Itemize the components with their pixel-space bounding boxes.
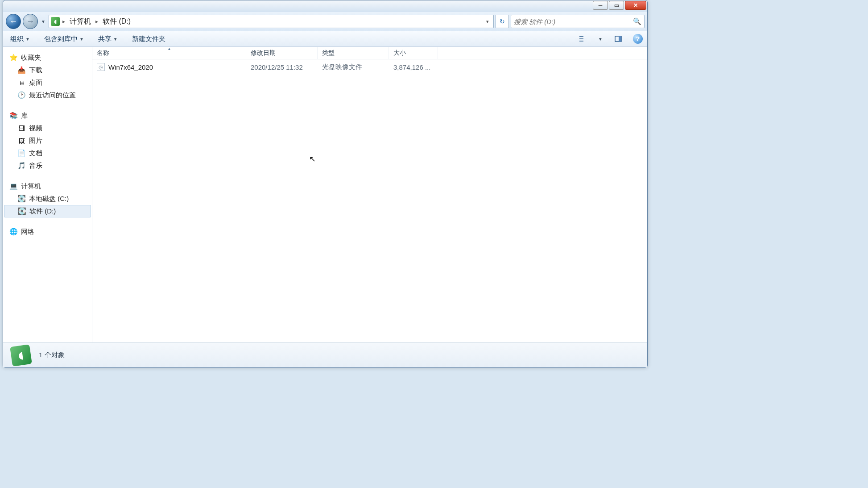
sidebar-item-label: 文档 [29,149,42,158]
forward-button[interactable]: → [23,14,38,29]
sidebar-item-label: 音乐 [29,162,42,170]
sidebar-libraries-header[interactable]: 📚 库 [3,109,92,122]
column-date-label: 修改日期 [251,49,276,57]
status-bar: ◖ 1 个对象 [3,342,647,367]
video-icon: 🎞 [17,124,25,132]
sidebar-computer-header[interactable]: 💻 计算机 [3,180,92,192]
sidebar: ⭐ 收藏夹 📥 下载 🖥 桌面 🕑 最近访问的位置 📚 [3,47,92,342]
sidebar-item-label: 下载 [29,66,42,75]
history-dropdown[interactable]: ▼ [40,14,47,29]
sidebar-item-recent[interactable]: 🕑 最近访问的位置 [3,89,92,101]
column-header-type[interactable]: 类型 [318,47,389,59]
organize-label: 组织 [10,35,24,43]
breadcrumb-sep-icon: ▸ [95,18,98,25]
column-header-row: 名称 ▴ 修改日期 类型 大小 [92,47,647,59]
sidebar-item-desktop[interactable]: 🖥 桌面 [3,76,92,89]
share-button[interactable]: 共享 ▼ [95,33,120,45]
document-icon: 📄 [17,149,25,157]
drive-icon: ◖ [51,17,60,26]
toolbar: 组织 ▼ 包含到库中 ▼ 共享 ▼ 新建文件夹 ▼ ? [3,31,647,47]
column-header-name[interactable]: 名称 ▴ [92,47,246,59]
drive-icon: 💽 [18,207,26,215]
drive-icon: 💽 [17,195,25,203]
new-folder-button[interactable]: 新建文件夹 [129,33,168,45]
picture-icon: 🖼 [17,137,25,145]
titlebar: ─ ▭ ✕ [3,0,647,12]
sort-indicator-icon: ▴ [168,46,170,51]
file-cell-type: 光盘映像文件 [318,63,389,71]
chevron-down-icon: ▼ [113,37,118,42]
column-header-size[interactable]: 大小 [389,47,438,59]
chevron-down-icon: ▼ [598,37,603,42]
computer-icon: 💻 [9,182,17,190]
folder-icon: 📥 [17,66,25,74]
sidebar-group-computer: 💻 计算机 💽 本地磁盘 (C:) 💽 软件 (D:) [3,178,92,224]
preview-pane-button[interactable] [612,33,624,45]
sidebar-network-label: 网络 [21,228,34,236]
breadcrumb-drive[interactable]: 软件 (D:) [101,16,132,27]
sidebar-item-drive-c[interactable]: 💽 本地磁盘 (C:) [3,192,92,205]
refresh-button[interactable]: ↻ [496,15,509,28]
file-content-area[interactable]: 名称 ▴ 修改日期 类型 大小 ◎ Win7x64_2020 2020/ [92,47,647,342]
help-button[interactable]: ? [633,34,643,44]
desktop-icon: 🖥 [17,79,25,87]
breadcrumb-computer[interactable]: 计算机 [68,16,93,27]
sidebar-item-pictures[interactable]: 🖼 图片 [3,134,92,147]
sidebar-item-drive-d[interactable]: 💽 软件 (D:) [4,205,91,217]
body: ⭐ 收藏夹 📥 下载 🖥 桌面 🕑 最近访问的位置 📚 [3,47,647,342]
search-icon: 🔍 [633,17,641,25]
cursor-icon: ↖ [309,154,316,164]
search-input[interactable] [514,18,633,25]
navbar: ← → ▼ ◖ ▸ 计算机 ▸ 软件 (D:) ▾ ↻ 🔍 [3,12,647,31]
music-icon: 🎵 [17,162,25,170]
file-name-text: Win7x64_2020 [108,63,153,71]
column-size-label: 大小 [393,49,406,57]
sidebar-item-downloads[interactable]: 📥 下载 [3,64,92,76]
status-text: 1 个对象 [39,351,65,359]
include-label: 包含到库中 [44,35,78,43]
organize-button[interactable]: 组织 ▼ [8,33,33,45]
column-name-label: 名称 [97,49,109,57]
maximize-button[interactable]: ▭ [609,1,624,10]
sidebar-item-label: 桌面 [29,79,42,87]
sidebar-favorites-label: 收藏夹 [21,54,41,62]
file-cell-size: 3,874,126 ... [389,63,438,71]
search-box[interactable]: 🔍 [511,15,645,28]
include-in-library-button[interactable]: 包含到库中 ▼ [41,33,87,45]
sidebar-item-label: 软件 (D:) [29,207,56,216]
file-row[interactable]: ◎ Win7x64_2020 2020/12/25 11:32 光盘映像文件 3… [92,59,647,75]
sidebar-item-label: 图片 [29,137,42,145]
chevron-down-icon: ▼ [79,37,84,42]
sidebar-group-network: 🌐 网络 [3,224,92,244]
sidebar-group-libraries: 📚 库 🎞 视频 🖼 图片 📄 文档 🎵 音乐 [3,108,92,178]
view-dropdown-button[interactable]: ▼ [597,33,603,45]
sidebar-group-favorites: ⭐ 收藏夹 📥 下载 🖥 桌面 🕑 最近访问的位置 [3,50,92,108]
star-icon: ⭐ [9,54,17,62]
close-button[interactable]: ✕ [625,1,646,10]
breadcrumb-sep-icon: ▸ [62,18,65,25]
address-dropdown-icon[interactable]: ▾ [484,19,492,25]
iso-file-icon: ◎ [97,63,105,71]
minimize-button[interactable]: ─ [593,1,608,10]
chevron-down-icon: ▼ [25,37,30,42]
sidebar-item-label: 本地磁盘 (C:) [29,195,69,203]
sidebar-item-documents[interactable]: 📄 文档 [3,147,92,159]
recent-icon: 🕑 [17,91,25,99]
sidebar-item-videos[interactable]: 🎞 视频 [3,122,92,134]
view-options-button[interactable] [577,33,588,45]
network-icon: 🌐 [9,228,17,236]
sidebar-favorites-header[interactable]: ⭐ 收藏夹 [3,51,92,64]
sidebar-computer-label: 计算机 [21,182,41,191]
column-type-label: 类型 [322,49,335,57]
address-bar[interactable]: ◖ ▸ 计算机 ▸ 软件 (D:) ▾ [49,15,494,28]
svg-rect-4 [619,36,621,42]
explorer-window: ─ ▭ ✕ ← → ▼ ◖ ▸ 计算机 ▸ 软件 (D:) ▾ ↻ 🔍 组织 ▼… [3,0,648,368]
sidebar-item-music[interactable]: 🎵 音乐 [3,159,92,172]
sidebar-network-header[interactable]: 🌐 网络 [3,225,92,238]
column-header-date[interactable]: 修改日期 [246,47,318,59]
share-label: 共享 [98,35,112,43]
sidebar-item-label: 视频 [29,124,42,133]
file-cell-name: ◎ Win7x64_2020 [92,63,246,71]
file-cell-date: 2020/12/25 11:32 [246,63,318,71]
back-button[interactable]: ← [6,14,21,29]
